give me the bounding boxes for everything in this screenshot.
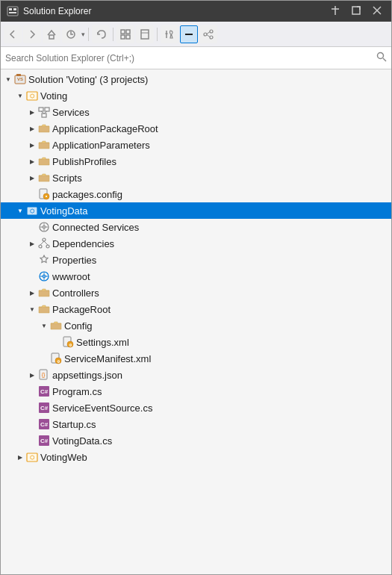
expand-voting[interactable] bbox=[14, 90, 26, 102]
expand-startupcs bbox=[26, 418, 38, 430]
title-text: Solution Explorer bbox=[23, 6, 91, 16]
svg-rect-0 bbox=[7, 7, 18, 16]
toolbar: ▾ bbox=[1, 22, 391, 47]
svg-rect-2 bbox=[13, 8, 16, 10]
tree-row-packageroot[interactable]: PackageRoot bbox=[1, 301, 391, 317]
expand-controllers[interactable] bbox=[26, 287, 38, 299]
expand-votingdatacs bbox=[26, 435, 38, 447]
svg-text:⬡: ⬡ bbox=[30, 208, 34, 214]
minus-button[interactable] bbox=[180, 25, 198, 43]
tree-row-dependencies[interactable]: Dependencies bbox=[1, 235, 391, 252]
svg-point-20 bbox=[204, 33, 207, 36]
expand-properties bbox=[26, 254, 38, 266]
pin-button[interactable] bbox=[327, 5, 343, 18]
solution-explorer-icon bbox=[7, 5, 19, 17]
search-bar bbox=[1, 47, 391, 69]
serviceeventsourcecs-label: ServiceEventSource.cs bbox=[52, 402, 152, 414]
expand-dependencies[interactable] bbox=[26, 237, 38, 249]
svg-point-22 bbox=[210, 36, 213, 39]
svg-text:C#: C# bbox=[40, 388, 49, 395]
config-icon bbox=[38, 188, 50, 200]
expand-programcs bbox=[26, 385, 38, 397]
expand-appsettingsjson[interactable] bbox=[26, 369, 38, 381]
dependencies-label: Dependencies bbox=[52, 238, 114, 249]
tree-row-votingdatacs[interactable]: C# VotingData.cs bbox=[1, 432, 391, 449]
tree-row-config[interactable]: Config bbox=[1, 317, 391, 334]
csharp-votingdata-icon: C# bbox=[38, 435, 50, 447]
svg-rect-34 bbox=[42, 114, 46, 117]
back-button[interactable] bbox=[4, 25, 22, 43]
services-label: Services bbox=[52, 107, 90, 118]
expand-appparameters[interactable] bbox=[26, 139, 38, 151]
float-button[interactable] bbox=[348, 5, 364, 18]
sync-dropdown-arrow[interactable]: ▾ bbox=[81, 31, 85, 38]
expand-apppackageroot[interactable] bbox=[26, 122, 38, 134]
svg-point-46 bbox=[43, 238, 46, 241]
tree-row-votingdata[interactable]: ⬡ VotingData bbox=[1, 202, 391, 219]
tree-row-controllers[interactable]: Controllers bbox=[1, 285, 391, 301]
expand-solution[interactable] bbox=[2, 73, 14, 85]
tree-row-scripts[interactable]: Scripts bbox=[1, 170, 391, 186]
solution-label: Solution 'Voting' (3 projects) bbox=[28, 74, 148, 85]
tree-row-voting[interactable]: ⬡ Voting bbox=[1, 87, 391, 104]
expand-wwwroot bbox=[26, 270, 38, 282]
home-button[interactable] bbox=[43, 25, 60, 43]
votingdatacs-label: VotingData.cs bbox=[52, 435, 112, 447]
window1-button[interactable] bbox=[116, 25, 134, 43]
tools-button[interactable] bbox=[161, 25, 178, 43]
folder-controllers-icon bbox=[38, 287, 50, 299]
window2-button[interactable] bbox=[136, 25, 154, 43]
search-input[interactable] bbox=[5, 53, 376, 63]
tree-row-servicemanifestxml[interactable]: ⚙ ServiceManifest.xml bbox=[1, 350, 391, 367]
expand-votingweb[interactable] bbox=[14, 451, 26, 463]
expand-servicemanifestxml bbox=[38, 352, 50, 364]
tree-row-votingweb[interactable]: ⬡ VotingWeb bbox=[1, 449, 391, 465]
tree-row-publishprofiles[interactable]: PublishProfiles bbox=[1, 153, 391, 170]
tree-row-settingsxml[interactable]: ⚙ Settings.xml bbox=[1, 334, 391, 350]
svg-text:{}: {} bbox=[42, 372, 46, 378]
apppackageroot-label: ApplicationPackageRoot bbox=[52, 123, 158, 134]
expand-votingdata[interactable] bbox=[14, 205, 26, 217]
expand-packagesconfig bbox=[26, 188, 38, 200]
tree-row-services[interactable]: Services bbox=[1, 104, 391, 120]
forward-button[interactable] bbox=[23, 25, 41, 43]
startupcs-label: Startup.cs bbox=[52, 419, 96, 430]
tree-row-wwwroot[interactable]: wwwroot bbox=[1, 268, 391, 285]
tree-row-properties[interactable]: Properties bbox=[1, 252, 391, 268]
expand-settingsxml bbox=[50, 336, 62, 348]
appsettingsjson-label: appsettings.json bbox=[52, 370, 122, 381]
tree-row-serviceeventsourcecs[interactable]: C# ServiceEventSource.cs bbox=[1, 400, 391, 416]
svg-text:⬡: ⬡ bbox=[30, 93, 34, 99]
close-button[interactable] bbox=[369, 5, 385, 18]
tree-row-appsettingsjson[interactable]: {} appsettings.json bbox=[1, 367, 391, 383]
svg-text:C#: C# bbox=[40, 405, 49, 411]
svg-rect-33 bbox=[45, 108, 49, 111]
folder-config-icon bbox=[50, 320, 62, 332]
expand-scripts[interactable] bbox=[26, 172, 38, 184]
services-icon bbox=[38, 106, 50, 118]
scripts-label: Scripts bbox=[52, 172, 82, 184]
tree-row-packagesconfig[interactable]: packages.config bbox=[1, 186, 391, 202]
svg-rect-9 bbox=[49, 35, 54, 39]
svg-rect-14 bbox=[126, 35, 130, 39]
expand-config[interactable] bbox=[38, 320, 50, 332]
expand-services[interactable] bbox=[26, 106, 38, 118]
tree-row-connectedservices[interactable]: Connected Services bbox=[1, 219, 391, 235]
tree-row-apppackageroot[interactable]: ApplicationPackageRoot bbox=[1, 120, 391, 137]
folder-publishprofiles-icon bbox=[38, 155, 50, 167]
properties-icon bbox=[38, 254, 50, 266]
svg-line-24 bbox=[207, 34, 210, 37]
sync-button[interactable] bbox=[62, 25, 80, 43]
graph-button[interactable] bbox=[199, 25, 217, 43]
tree-row-appparameters[interactable]: ApplicationParameters bbox=[1, 137, 391, 153]
tree-row-programcs[interactable]: C# Program.cs bbox=[1, 383, 391, 400]
separator-2 bbox=[113, 28, 113, 41]
tree-row-solution[interactable]: VS Solution 'Voting' (3 projects) bbox=[1, 71, 391, 87]
undo-button[interactable] bbox=[92, 25, 110, 43]
expand-packageroot[interactable] bbox=[26, 303, 38, 315]
wwwroot-icon bbox=[38, 270, 50, 282]
tree-row-startupcs[interactable]: C# Startup.cs bbox=[1, 416, 391, 432]
expand-publishprofiles[interactable] bbox=[26, 155, 38, 167]
folder-packageroot-icon bbox=[38, 303, 50, 315]
svg-rect-1 bbox=[9, 8, 12, 10]
